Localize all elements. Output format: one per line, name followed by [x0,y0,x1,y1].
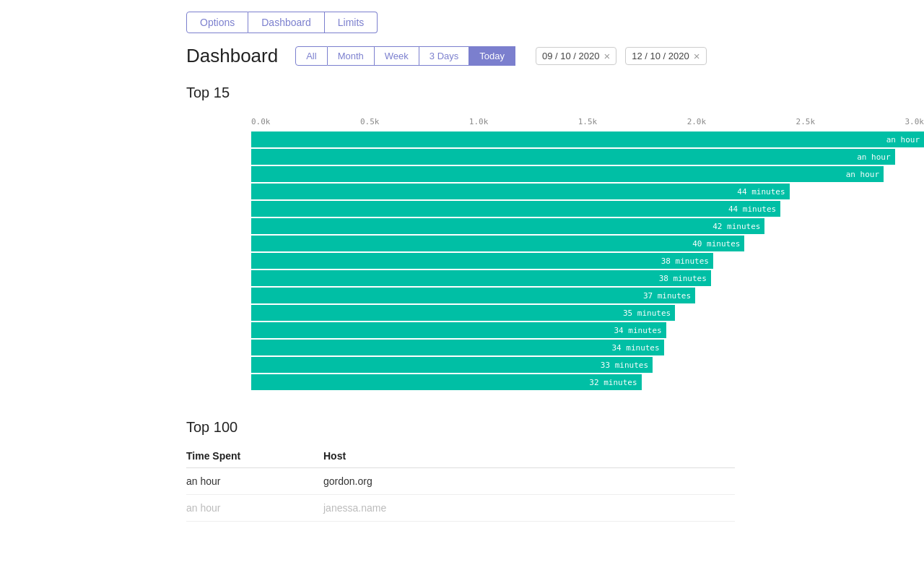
bar: 44 minutes [251,184,790,199]
axis-label: 1.0k [469,117,489,126]
bar-wrap: an hour [251,149,924,165]
date-from-input[interactable]: 09 / 10 / 2020 × [536,47,616,65]
bar-value-label: an hour [886,135,920,144]
nav-button-dashboard[interactable]: Dashboard [248,12,325,33]
date-to-clear-button[interactable]: × [694,51,700,61]
date-to-input[interactable]: 12 / 10 / 2020 × [625,47,706,65]
chart-row: heather.org34 minutes [251,322,924,338]
chart-row: kirstim.info34 minutes [251,340,924,355]
bar-wrap: 33 minutes [251,357,924,373]
filter-btn-month[interactable]: Month [328,46,375,66]
axis-label: 1.5k [578,117,598,126]
date-from-clear-button[interactable]: × [603,51,610,61]
bar-wrap: 32 minutes [251,374,924,390]
bar: 37 minutes [251,288,695,303]
bar-wrap: 38 minutes [251,253,924,269]
top100-section: Top 100 Time Spent Host an hourgordon.or… [186,419,924,522]
top100-table: Time Spent Host an hourgordon.organ hour… [186,444,735,522]
date-range-group: 09 / 10 / 2020 × 12 / 10 / 2020 × [530,47,707,65]
bar-value-label: 37 minutes [643,291,691,301]
bar: 40 minutes [251,236,744,251]
bar: 38 minutes [251,253,713,269]
filter-btn-all[interactable]: All [295,46,327,66]
bar: an hour [251,166,884,182]
chart-row: anya.netan hour [251,166,924,182]
col-time-spent: Time Spent [186,444,323,468]
chart-row: leonard.com38 minutes [251,270,924,286]
bar-value-label: an hour [857,152,890,162]
nav-button-limits[interactable]: Limits [325,12,378,33]
chart-axis: 0.0k0.5k1.0k1.5k2.0k2.5k3.0k [251,117,924,126]
nav-button-options[interactable]: Options [186,12,248,33]
filter-btn-week[interactable]: Week [375,46,419,66]
page-title: Dashboard [186,45,278,67]
bar-value-label: 44 minutes [737,187,785,197]
chart-row: lucas.biz37 minutes [251,288,924,303]
bar-value-label: 35 minutes [623,309,671,318]
dashboard-header: Dashboard AllMonthWeek3 DaysToday 09 / 1… [186,45,924,67]
chart-row: janessa.namean hour [251,149,924,165]
bar: 33 minutes [251,357,653,373]
axis-label: 2.5k [796,117,816,126]
top-nav: OptionsDashboardLimits [0,0,924,45]
top15-title: Top 15 [186,85,924,101]
bar-value-label: an hour [846,170,879,179]
top15-section: Top 15 0.0k0.5k1.0k1.5k2.0k2.5k3.0k gord… [186,85,924,390]
bar-wrap: 37 minutes [251,288,924,303]
bar-wrap: 35 minutes [251,305,924,321]
table-body: an hourgordon.organ hourjanessa.name [186,468,735,522]
bar-value-label: 32 minutes [589,378,637,387]
bar-wrap: 44 minutes [251,184,924,199]
table-header: Time Spent Host [186,444,735,468]
chart-bars-container: gordon.organ hourjanessa.namean houranya… [251,131,924,390]
bar-value-label: 33 minutes [601,361,648,370]
bar-wrap: 34 minutes [251,322,924,338]
table-row: an hourgordon.org [186,468,735,495]
axis-label: 0.5k [360,117,380,126]
bar: 32 minutes [251,374,642,390]
bar: 42 minutes [251,218,764,234]
bar-wrap: 34 minutes [251,340,924,355]
bar-value-label: 40 minutes [692,239,740,249]
cell-host: gordon.org [323,468,735,495]
bar-wrap: 44 minutes [251,201,924,217]
filter-group: AllMonthWeek3 DaysToday [295,46,515,66]
chart-row: luigi.name44 minutes [251,184,924,199]
date-to-value: 12 / 10 / 2020 [632,51,689,61]
cell-time: an hour [186,468,323,495]
chart-row: clemens.org44 minutes [251,201,924,217]
bar-wrap: 40 minutes [251,236,924,251]
bar-wrap: 38 minutes [251,270,924,286]
bar-value-label: 38 minutes [661,256,709,266]
bar-chart: 0.0k0.5k1.0k1.5k2.0k2.5k3.0k gordon.orga… [186,110,924,390]
axis-label: 0.0k [251,117,271,126]
chart-row: georgianna.name42 minutes [251,218,924,234]
bar: 44 minutes [251,201,780,217]
chart-row: patricia.biz32 minutes [251,374,924,390]
chart-row: gordon.organ hour [251,131,924,147]
bar: an hour [251,149,895,165]
col-host: Host [323,444,735,468]
filter-btn-3days[interactable]: 3 Days [419,46,469,66]
axis-label: 2.0k [687,117,707,126]
table-row: an hourjanessa.name [186,495,735,522]
bar-wrap: an hour [251,166,924,182]
chart-row: juana.name33 minutes [251,357,924,373]
chart-row: damaris.biz35 minutes [251,305,924,321]
main-content: Dashboard AllMonthWeek3 DaysToday 09 / 1… [0,45,924,522]
chart-row: emelia.biz40 minutes [251,236,924,251]
chart-row: ewell.org38 minutes [251,253,924,269]
bar-value-label: 44 minutes [728,204,776,214]
cell-time: an hour [186,495,323,522]
cell-host: janessa.name [323,495,735,522]
bar: 34 minutes [251,340,664,355]
bar: 34 minutes [251,322,666,338]
bar-value-label: 38 minutes [659,274,707,283]
bar: 38 minutes [251,270,711,286]
filter-btn-today[interactable]: Today [469,46,515,66]
top100-title: Top 100 [186,419,924,436]
bar: 35 minutes [251,305,675,321]
bar-value-label: 34 minutes [611,343,659,353]
bar-wrap: 42 minutes [251,218,924,234]
axis-label: 3.0k [905,117,924,126]
